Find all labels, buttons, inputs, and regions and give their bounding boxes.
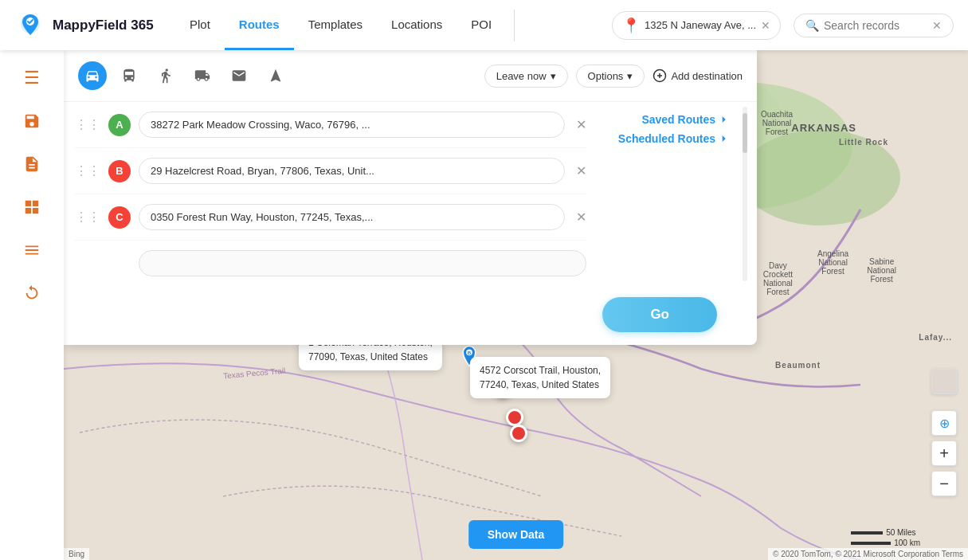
nav-right: 📍 1325 N Janeway Ave, ... ✕ 🔍 ✕ [612,11,968,40]
leave-now-button[interactable]: Leave now ▾ [484,65,568,88]
add-destination-label: Add destination [671,70,743,82]
nav-templates[interactable]: Templates [294,0,377,50]
waypoint-add-input[interactable] [139,250,586,276]
go-button-area: Go [64,286,757,332]
search-clear-icon[interactable]: ✕ [932,19,942,32]
waypoint-clear-b[interactable]: ✕ [576,163,586,178]
map-zoom-in-button[interactable]: + [931,441,957,466]
transport-car-button[interactable] [78,61,107,90]
logo-icon [14,10,46,41]
waypoint-letter-b: B [108,160,131,182]
nav-divider [514,10,515,41]
waypoint-row-c: ⋮⋮ C ✕ [75,194,586,241]
transport-walk-button[interactable] [151,61,180,90]
leave-now-chevron-icon: ▾ [551,70,556,82]
waypoint-input-c[interactable] [139,204,565,230]
leave-now-label: Leave now [496,70,547,82]
waypoint-letter-c: C [108,206,131,229]
waypoint-letter-a: A [108,114,131,136]
sidebar-refresh-button[interactable] [12,273,52,313]
waypoint-clear-c[interactable]: ✕ [576,210,586,225]
drag-handle-a[interactable]: ⋮⋮ [75,117,100,132]
map-tooltip-houston3: 4572 Corscot Trail, Houston,77240, Texas… [470,357,610,398]
route-panel: Leave now ▾ Options ▾ Add destination ⋮⋮… [64,50,757,345]
waypoint-input-b[interactable] [139,158,565,184]
waypoint-add-row: ⋮⋮ [75,241,586,286]
map-label-arkansas: ARKANSAS [791,122,856,134]
nav-poi[interactable]: POI [457,0,506,50]
map-marker-red-6 [510,425,527,442]
map-label-lafayette: Lafay... [919,333,952,342]
saved-routes-chevron-icon [719,114,730,125]
map-zoom-out-button[interactable]: − [931,471,957,496]
sidebar-menu-button[interactable]: ☰ [12,58,52,98]
transport-email-button[interactable] [225,61,253,90]
transport-truck-button[interactable] [188,61,217,90]
map-label-angelina: AngelinaNationalForest [817,249,848,276]
scheduled-routes-link[interactable]: Scheduled Routes [598,132,730,145]
show-data-button[interactable]: Show Data [468,520,564,549]
address-pin-icon: 📍 [622,17,640,34]
transport-navigate-button[interactable] [261,61,290,90]
sidebar-save-button[interactable] [12,101,52,141]
map-location-button[interactable]: ⊕ [931,410,957,436]
address-clear-icon[interactable]: ✕ [761,19,770,32]
options-button[interactable]: Options ▾ [576,65,645,88]
map-bing-label: Bing [64,548,89,560]
route-toolbar: Leave now ▾ Options ▾ Add destination [64,50,757,102]
sidebar-doc-button[interactable] [12,144,52,184]
nav-routes[interactable]: Routes [225,0,294,50]
map-controls: ⊕ + − [931,369,957,496]
app-name: MappyField 365 [53,18,154,33]
top-navigation: MappyField 365 Plot Routes Templates Loc… [0,0,968,50]
scheduled-routes-label: Scheduled Routes [618,132,715,145]
map-label-littlerock: Little Rock [839,138,888,147]
search-input[interactable] [824,19,927,32]
map-scale: 50 Miles 100 km [851,528,920,547]
main-nav: Plot Routes Templates Locations POI [175,0,506,50]
add-destination-icon [653,69,667,83]
transport-bus-button[interactable] [115,61,143,90]
search-bar[interactable]: 🔍 ✕ [794,14,954,37]
map-label-davy: DavyCrockettNationalForest [763,261,793,296]
route-body: ⋮⋮ A ✕ ⋮⋮ B ✕ ⋮⋮ C ✕ ⋮⋮ [64,102,757,286]
map-marker-red-5 [506,409,523,426]
address-text: 1325 N Janeway Ave, ... [645,19,756,31]
logo-area: MappyField 365 [0,10,175,41]
waypoint-row-b: ⋮⋮ B ✕ [75,148,586,194]
scheduled-routes-chevron-icon [719,133,730,144]
left-sidebar: ☰ [0,50,64,560]
nav-locations[interactable]: Locations [377,0,457,50]
map-label-beaumont: Beaumont [775,361,821,370]
right-column: Saved Routes Scheduled Routes [598,102,757,286]
sidebar-grid-button[interactable] [12,187,52,227]
scrollbar[interactable] [741,102,749,286]
routes-links-column: Saved Routes Scheduled Routes [598,102,741,145]
map-copyright: © 2020 TomTom, © 2021 Microsoft Corporat… [768,548,968,560]
svg-text:B: B [468,350,472,355]
map-label-sabine: SabineNationalForest [867,257,896,284]
search-icon: 🔍 [805,19,819,32]
address-bar[interactable]: 📍 1325 N Janeway Ave, ... ✕ [612,11,781,40]
waypoint-input-a[interactable] [139,112,565,138]
options-chevron-icon: ▾ [627,70,633,82]
sidebar-list-button[interactable] [12,230,52,270]
map-label-ouachita: OuachitaNationalForest [761,110,793,136]
drag-handle-c[interactable]: ⋮⋮ [75,210,100,225]
map-minimap-button[interactable] [931,369,957,394]
drag-handle-b[interactable]: ⋮⋮ [75,163,100,178]
go-button[interactable]: Go [602,297,717,332]
nav-plot[interactable]: Plot [175,0,225,50]
saved-routes-label: Saved Routes [641,113,715,126]
saved-routes-link[interactable]: Saved Routes [598,113,730,126]
options-label: Options [588,70,624,82]
waypoint-row-a: ⋮⋮ A ✕ [75,102,586,148]
waypoint-clear-a[interactable]: ✕ [576,117,586,132]
add-destination-button[interactable]: Add destination [653,69,743,83]
waypoints-column: ⋮⋮ A ✕ ⋮⋮ B ✕ ⋮⋮ C ✕ ⋮⋮ [64,102,598,286]
